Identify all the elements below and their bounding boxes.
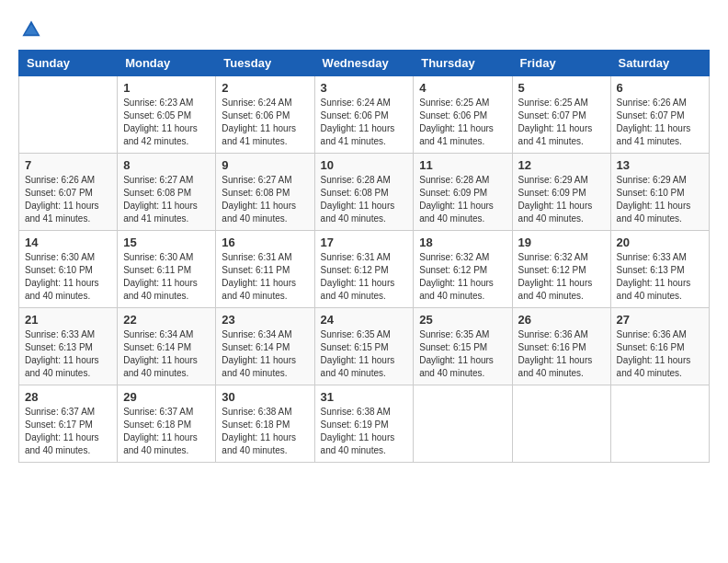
calendar-cell: 5Sunrise: 6:25 AMSunset: 6:07 PMDaylight… <box>512 76 610 154</box>
calendar-cell: 14Sunrise: 6:30 AMSunset: 6:10 PMDayligh… <box>19 231 118 308</box>
day-info: Sunrise: 6:28 AMSunset: 6:09 PMDaylight:… <box>419 174 506 225</box>
calendar-cell: 4Sunrise: 6:25 AMSunset: 6:06 PMDaylight… <box>414 76 512 154</box>
day-number: 24 <box>321 313 408 327</box>
calendar-cell: 23Sunrise: 6:34 AMSunset: 6:14 PMDayligh… <box>216 308 314 385</box>
calendar-cell: 9Sunrise: 6:27 AMSunset: 6:08 PMDaylight… <box>216 154 314 231</box>
day-info: Sunrise: 6:37 AMSunset: 6:18 PMDaylight:… <box>123 406 210 457</box>
day-info: Sunrise: 6:34 AMSunset: 6:14 PMDaylight:… <box>123 328 210 380</box>
calendar-cell <box>414 385 512 463</box>
day-number: 7 <box>25 158 111 172</box>
calendar-cell: 13Sunrise: 6:29 AMSunset: 6:10 PMDayligh… <box>610 154 709 231</box>
day-number: 8 <box>123 158 210 172</box>
day-info: Sunrise: 6:24 AMSunset: 6:06 PMDaylight:… <box>222 97 308 148</box>
day-number: 10 <box>321 158 408 172</box>
day-info: Sunrise: 6:25 AMSunset: 6:07 PMDaylight:… <box>518 97 605 148</box>
calendar-cell <box>512 385 610 463</box>
logo-icon <box>20 18 42 40</box>
day-number: 14 <box>25 236 111 249</box>
day-info: Sunrise: 6:27 AMSunset: 6:08 PMDaylight:… <box>123 174 210 225</box>
day-info: Sunrise: 6:33 AMSunset: 6:13 PMDaylight:… <box>617 251 703 303</box>
day-number: 21 <box>25 313 111 327</box>
day-info: Sunrise: 6:38 AMSunset: 6:18 PMDaylight:… <box>222 406 308 457</box>
day-number: 9 <box>222 158 308 172</box>
calendar-week-3: 14Sunrise: 6:30 AMSunset: 6:10 PMDayligh… <box>19 231 710 308</box>
calendar-week-5: 28Sunrise: 6:37 AMSunset: 6:17 PMDayligh… <box>19 385 710 463</box>
day-info: Sunrise: 6:34 AMSunset: 6:14 PMDaylight:… <box>222 328 308 380</box>
calendar-cell <box>610 385 709 463</box>
day-number: 29 <box>123 390 210 404</box>
day-info: Sunrise: 6:27 AMSunset: 6:08 PMDaylight:… <box>222 174 308 225</box>
day-number: 5 <box>518 81 605 95</box>
day-info: Sunrise: 6:29 AMSunset: 6:09 PMDaylight:… <box>518 174 605 225</box>
day-info: Sunrise: 6:25 AMSunset: 6:06 PMDaylight:… <box>419 97 506 148</box>
day-info: Sunrise: 6:35 AMSunset: 6:15 PMDaylight:… <box>321 328 408 380</box>
day-number: 12 <box>518 158 605 172</box>
calendar-header-row: SundayMondayTuesdayWednesdayThursdayFrid… <box>19 51 710 76</box>
calendar-cell: 25Sunrise: 6:35 AMSunset: 6:15 PMDayligh… <box>414 308 512 385</box>
day-info: Sunrise: 6:30 AMSunset: 6:10 PMDaylight:… <box>25 251 111 303</box>
logo <box>18 18 42 40</box>
day-number: 13 <box>617 158 703 172</box>
calendar-cell: 12Sunrise: 6:29 AMSunset: 6:09 PMDayligh… <box>512 154 610 231</box>
day-number: 11 <box>419 158 506 172</box>
calendar-header-sunday: Sunday <box>19 51 118 76</box>
day-number: 28 <box>25 390 111 404</box>
calendar-header-thursday: Thursday <box>414 51 512 76</box>
day-number: 17 <box>321 236 408 249</box>
day-number: 30 <box>222 390 308 404</box>
day-info: Sunrise: 6:38 AMSunset: 6:19 PMDaylight:… <box>321 406 408 457</box>
calendar-header-tuesday: Tuesday <box>216 51 314 76</box>
calendar-cell: 18Sunrise: 6:32 AMSunset: 6:12 PMDayligh… <box>414 231 512 308</box>
calendar-cell: 3Sunrise: 6:24 AMSunset: 6:06 PMDaylight… <box>314 76 414 154</box>
day-info: Sunrise: 6:32 AMSunset: 6:12 PMDaylight:… <box>518 251 605 303</box>
calendar-header-friday: Friday <box>512 51 610 76</box>
day-info: Sunrise: 6:33 AMSunset: 6:13 PMDaylight:… <box>25 328 111 380</box>
day-number: 6 <box>617 81 703 95</box>
calendar-cell: 28Sunrise: 6:37 AMSunset: 6:17 PMDayligh… <box>19 385 118 463</box>
calendar-cell: 26Sunrise: 6:36 AMSunset: 6:16 PMDayligh… <box>512 308 610 385</box>
calendar-cell: 22Sunrise: 6:34 AMSunset: 6:14 PMDayligh… <box>118 308 216 385</box>
calendar-cell: 11Sunrise: 6:28 AMSunset: 6:09 PMDayligh… <box>414 154 512 231</box>
calendar-header-wednesday: Wednesday <box>314 51 414 76</box>
calendar-header-saturday: Saturday <box>610 51 709 76</box>
day-number: 4 <box>419 81 506 95</box>
day-info: Sunrise: 6:31 AMSunset: 6:12 PMDaylight:… <box>321 251 408 303</box>
day-number: 3 <box>321 81 408 95</box>
day-info: Sunrise: 6:35 AMSunset: 6:15 PMDaylight:… <box>419 328 506 380</box>
day-info: Sunrise: 6:24 AMSunset: 6:06 PMDaylight:… <box>321 97 408 148</box>
day-number: 18 <box>419 236 506 249</box>
calendar-week-1: 1Sunrise: 6:23 AMSunset: 6:05 PMDaylight… <box>19 76 710 154</box>
calendar-header-monday: Monday <box>118 51 216 76</box>
calendar-cell: 24Sunrise: 6:35 AMSunset: 6:15 PMDayligh… <box>314 308 414 385</box>
day-info: Sunrise: 6:26 AMSunset: 6:07 PMDaylight:… <box>25 174 111 225</box>
calendar-cell: 10Sunrise: 6:28 AMSunset: 6:08 PMDayligh… <box>314 154 414 231</box>
calendar-cell: 8Sunrise: 6:27 AMSunset: 6:08 PMDaylight… <box>118 154 216 231</box>
calendar-cell: 19Sunrise: 6:32 AMSunset: 6:12 PMDayligh… <box>512 231 610 308</box>
day-info: Sunrise: 6:37 AMSunset: 6:17 PMDaylight:… <box>25 406 111 457</box>
day-number: 15 <box>123 236 210 249</box>
day-number: 22 <box>123 313 210 327</box>
calendar-cell: 6Sunrise: 6:26 AMSunset: 6:07 PMDaylight… <box>610 76 709 154</box>
calendar-cell: 1Sunrise: 6:23 AMSunset: 6:05 PMDaylight… <box>118 76 216 154</box>
calendar-cell: 7Sunrise: 6:26 AMSunset: 6:07 PMDaylight… <box>19 154 118 231</box>
day-number: 23 <box>222 313 308 327</box>
day-info: Sunrise: 6:29 AMSunset: 6:10 PMDaylight:… <box>617 174 703 225</box>
day-info: Sunrise: 6:31 AMSunset: 6:11 PMDaylight:… <box>222 251 308 303</box>
day-number: 25 <box>419 313 506 327</box>
calendar-cell: 15Sunrise: 6:30 AMSunset: 6:11 PMDayligh… <box>118 231 216 308</box>
day-info: Sunrise: 6:32 AMSunset: 6:12 PMDaylight:… <box>419 251 506 303</box>
calendar-cell: 16Sunrise: 6:31 AMSunset: 6:11 PMDayligh… <box>216 231 314 308</box>
calendar-cell: 29Sunrise: 6:37 AMSunset: 6:18 PMDayligh… <box>118 385 216 463</box>
day-number: 31 <box>321 390 408 404</box>
calendar-cell: 27Sunrise: 6:36 AMSunset: 6:16 PMDayligh… <box>610 308 709 385</box>
day-info: Sunrise: 6:30 AMSunset: 6:11 PMDaylight:… <box>123 251 210 303</box>
calendar-cell: 31Sunrise: 6:38 AMSunset: 6:19 PMDayligh… <box>314 385 414 463</box>
calendar-cell: 30Sunrise: 6:38 AMSunset: 6:18 PMDayligh… <box>216 385 314 463</box>
day-number: 16 <box>222 236 308 249</box>
calendar-cell: 17Sunrise: 6:31 AMSunset: 6:12 PMDayligh… <box>314 231 414 308</box>
day-number: 26 <box>518 313 605 327</box>
day-number: 20 <box>617 236 703 249</box>
calendar-cell: 20Sunrise: 6:33 AMSunset: 6:13 PMDayligh… <box>610 231 709 308</box>
calendar-cell <box>19 76 118 154</box>
day-info: Sunrise: 6:23 AMSunset: 6:05 PMDaylight:… <box>123 97 210 148</box>
